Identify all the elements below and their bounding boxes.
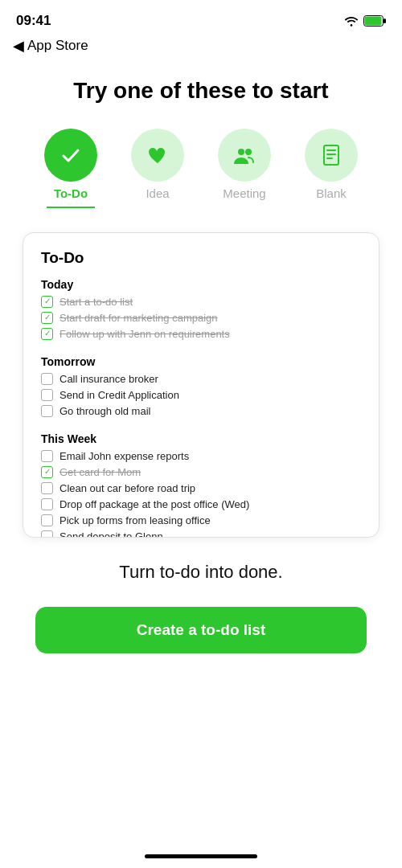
todo-text-1: Start a to-do list <box>59 296 133 308</box>
tab-blank-circle <box>305 129 358 182</box>
battery-icon <box>363 15 386 27</box>
card-title: To-Do <box>41 249 361 267</box>
todo-text-9: Clean out car before road trip <box>59 482 195 494</box>
svg-point-4 <box>245 149 252 155</box>
checkbox-5 <box>41 389 53 401</box>
status-time: 09:41 <box>16 13 51 29</box>
todo-item-7: Email John expense reports <box>41 450 361 462</box>
checkbox-9 <box>41 482 53 494</box>
heart-icon <box>145 142 170 168</box>
tab-todo-circle <box>44 129 97 182</box>
preview-card: To-Do Today ✓ Start a to-do list ✓ Start… <box>23 232 379 538</box>
section-thisweek-header: This Week <box>41 432 361 445</box>
todo-check-icon <box>57 141 84 169</box>
section-today-header: Today <box>41 278 361 291</box>
todo-item-10: Drop off package at the post office (Wed… <box>41 498 361 510</box>
checkbox-12 <box>41 530 53 538</box>
checkbox-2: ✓ <box>41 312 53 324</box>
tab-meeting-circle <box>218 129 271 182</box>
main-content: Try one of these to start To-Do Idea <box>0 61 402 653</box>
todo-item-4: Call insurance broker <box>41 373 361 385</box>
checkbox-7 <box>41 450 53 462</box>
status-icons <box>344 15 386 27</box>
tab-blank[interactable]: Blank <box>288 129 375 200</box>
meeting-icon <box>231 141 258 169</box>
tab-todo-underline <box>47 207 95 208</box>
todo-item-5: Send in Credit Application <box>41 389 361 401</box>
tab-todo-underline-wrapper <box>27 205 114 208</box>
todo-text-2: Start draft for marketing campaign <box>59 312 218 324</box>
tab-meeting[interactable]: Meeting <box>201 129 288 200</box>
checkbox-3: ✓ <box>41 328 53 340</box>
todo-text-12: Send deposit to Glenn <box>59 530 163 538</box>
tagline: Turn to-do into done. <box>35 562 367 583</box>
todo-text-11: Pick up forms from leasing office <box>59 514 211 526</box>
tab-selector: To-Do Idea Meeting <box>19 129 383 208</box>
status-bar: 09:41 <box>0 0 402 35</box>
wifi-icon <box>344 15 359 27</box>
tab-blank-label: Blank <box>316 186 347 200</box>
page-title: Try one of these to start <box>19 77 383 104</box>
svg-point-3 <box>238 149 244 155</box>
todo-text-7: Email John expense reports <box>59 450 189 462</box>
todo-item-12: Send deposit to Glenn <box>41 530 361 538</box>
checkbox-1: ✓ <box>41 296 53 308</box>
blank-icon <box>318 141 345 169</box>
cta-button[interactable]: Create a to-do list <box>35 607 367 653</box>
back-label: App Store <box>27 38 88 54</box>
tab-idea-circle <box>131 129 184 182</box>
todo-item-2: ✓ Start draft for marketing campaign <box>41 312 361 324</box>
todo-text-6: Go through old mail <box>59 405 150 417</box>
todo-text-5: Send in Credit Application <box>59 389 179 401</box>
todo-item-6: Go through old mail <box>41 405 361 417</box>
back-arrow-icon: ◀ <box>13 37 24 55</box>
checkbox-6 <box>41 405 53 417</box>
home-indicator <box>145 854 257 858</box>
todo-item-9: Clean out car before road trip <box>41 482 361 494</box>
checkbox-10 <box>41 498 53 510</box>
todo-text-3: Follow up with Jenn on requirements <box>59 328 230 340</box>
checkbox-11 <box>41 514 53 526</box>
tab-idea-label: Idea <box>146 186 169 200</box>
todo-item-8: ✓ Get card for Mom <box>41 466 361 478</box>
todo-item-3: ✓ Follow up with Jenn on requirements <box>41 328 361 340</box>
todo-text-4: Call insurance broker <box>59 373 158 385</box>
todo-text-10: Drop off package at the post office (Wed… <box>59 498 249 510</box>
back-nav[interactable]: ◀ App Store <box>0 35 402 61</box>
checkbox-8: ✓ <box>41 466 53 478</box>
tab-todo-label: To-Do <box>54 186 88 200</box>
tab-idea[interactable]: Idea <box>114 129 201 200</box>
tab-todo[interactable]: To-Do <box>27 129 114 208</box>
section-tomorrow-header: Tomorrow <box>41 355 361 368</box>
svg-rect-2 <box>384 18 386 23</box>
todo-item-1: ✓ Start a to-do list <box>41 296 361 308</box>
tab-meeting-label: Meeting <box>223 186 265 200</box>
todo-text-8: Get card for Mom <box>59 466 141 478</box>
todo-item-11: Pick up forms from leasing office <box>41 514 361 526</box>
checkbox-4 <box>41 373 53 385</box>
svg-rect-1 <box>365 17 382 26</box>
